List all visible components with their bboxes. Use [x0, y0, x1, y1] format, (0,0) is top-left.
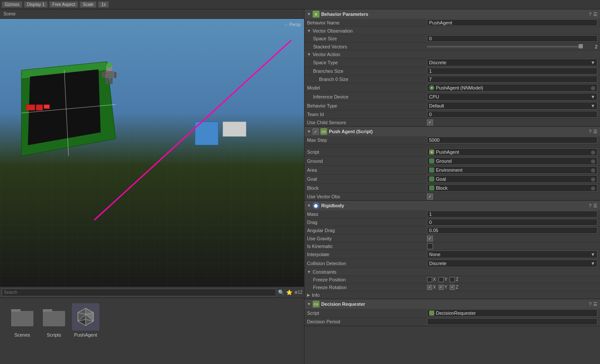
rigidbody-header[interactable]: ▼ ⬤ Rigidbody ? ☰ [304, 201, 600, 210]
mass-label: Mass [307, 212, 427, 217]
branch0-size-input[interactable] [427, 76, 597, 83]
collision-detection-dropdown[interactable]: Discrete ▼ [427, 260, 597, 267]
push-agent-section: ▼ ✓ C# Push Agent (Script) ? ☰ Max Step … [304, 127, 600, 201]
inference-device-dropdown[interactable]: CPU ▼ [427, 93, 597, 101]
bp-title: Behavior Parameters [321, 12, 587, 17]
script-value-row: ● PushAgent ◎ [427, 148, 597, 156]
toolbar-gizmos[interactable]: Gizmos [2, 1, 22, 8]
bp-help-icon[interactable]: ? [589, 12, 591, 17]
fr-x-checkbox[interactable]: ✓ [427, 285, 432, 290]
decision-requester-section: ▼ C# Decision Requester ? ☰ Script Decis… [304, 299, 600, 326]
scene-icon-2[interactable]: ⭐ [286, 289, 293, 295]
is-kinematic-checkbox[interactable] [427, 243, 433, 249]
inspector-panel: ▼ B Behavior Parameters ? ☰ Behavior Nam… [304, 9, 600, 364]
push-agent-header[interactable]: ▼ ✓ C# Push Agent (Script) ? ☰ [304, 127, 600, 136]
pa-help-icon[interactable]: ? [589, 129, 591, 134]
dr-decision-period-input[interactable] [427, 318, 597, 325]
fp-z-checkbox[interactable] [450, 277, 455, 282]
use-vector-obs-checkbox[interactable]: ✓ [427, 194, 433, 200]
rb-menu-icon[interactable]: ☰ [593, 203, 597, 209]
svg-rect-15 [11, 311, 33, 326]
fr-z-checkbox[interactable]: ✓ [450, 285, 455, 290]
branches-size-input[interactable] [427, 68, 597, 75]
dr-icon: C# [313, 301, 319, 307]
branch0-size-label: Branch 0 Size [307, 77, 427, 82]
model-label: Model [307, 85, 427, 90]
fp-y-checkbox[interactable] [439, 277, 444, 282]
asset-scenes[interactable]: Scenes [9, 303, 36, 337]
asset-scripts[interactable]: Scripts [40, 303, 68, 337]
pushagent-label: PushAgent [74, 332, 97, 337]
use-child-sensors-checkbox[interactable]: ✓ [427, 119, 433, 125]
persp-label: ← Persp [284, 22, 301, 27]
constraints-header-row: ▼ Constraints [304, 268, 600, 276]
scenes-label: Scenes [15, 332, 30, 337]
script-link-icon[interactable]: ◎ [591, 149, 595, 155]
assets-panel: Scenes Scripts [0, 298, 304, 364]
ground-value-row: Ground ◎ [427, 157, 597, 165]
goal-label: Goal [307, 176, 427, 182]
behavior-type-dropdown[interactable]: Default ▼ [427, 102, 597, 110]
pa-collapse-arrow: ▼ [307, 129, 311, 134]
scenes-folder-icon [9, 303, 36, 331]
behavior-type-row: Behavior Type Default ▼ [304, 101, 600, 110]
angular-drag-input[interactable] [427, 227, 597, 234]
scene-toolbar-label: Scene [3, 12, 15, 16]
fp-x-checkbox[interactable] [427, 277, 432, 282]
toolbar-display[interactable]: Display 1 [24, 1, 48, 8]
constraints-arrow: ▼ [307, 270, 311, 274]
red-objects [26, 104, 50, 110]
max-step-input[interactable] [427, 137, 597, 143]
info-label: Info [312, 292, 319, 298]
slider-thumb[interactable] [579, 44, 583, 48]
stacked-vectors-value: 2 [585, 44, 597, 49]
dr-menu-icon[interactable]: ☰ [593, 301, 597, 307]
use-child-sensors-row: Use Child Sensors ✓ [304, 119, 600, 126]
toolbar-scale[interactable]: Scale [80, 1, 96, 8]
search-input[interactable] [2, 289, 276, 296]
info-row[interactable]: ▶ Info [304, 291, 600, 299]
script-label: Script [307, 149, 427, 155]
block-link-icon[interactable]: ◎ [591, 185, 595, 191]
use-gravity-checkbox[interactable]: ✓ [427, 236, 433, 242]
scripts-label: Scripts [47, 332, 61, 337]
toolbar-1x[interactable]: 1x [98, 1, 109, 8]
space-size-input[interactable] [427, 35, 597, 42]
interpolate-dropdown[interactable]: None ▼ [427, 251, 597, 258]
pa-title: Push Agent (Script) [329, 129, 587, 134]
behavior-name-label: Behavior Name [307, 20, 427, 25]
dr-help-icon[interactable]: ? [589, 301, 591, 307]
pa-menu-icon[interactable]: ☰ [593, 129, 597, 134]
vector-action-arrow: ▼ [307, 52, 311, 57]
asset-pushagent[interactable]: PushAgent [72, 303, 99, 337]
mass-input[interactable] [427, 211, 597, 218]
toolbar-aspect[interactable]: Free Aspect [49, 1, 78, 8]
ground-link-icon[interactable]: ◎ [591, 158, 595, 164]
space-type-dropdown[interactable]: Discrete ▼ [427, 59, 597, 66]
is-kinematic-row: Is Kinematic [304, 242, 600, 250]
dr-collapse-arrow: ▼ [307, 302, 311, 306]
area-link-icon[interactable]: ◎ [591, 167, 595, 173]
collision-detection-row: Collision Detection Discrete ▼ [304, 259, 600, 268]
pa-checkbox[interactable]: ✓ [313, 128, 319, 134]
goal-link-icon[interactable]: ◎ [591, 176, 595, 182]
drag-row: Drag [304, 218, 600, 227]
model-value-row: ● PushAgent (NNModel) ◎ [427, 84, 597, 92]
branches-size-label: Branches Size [307, 69, 427, 74]
bp-menu-icon[interactable]: ☰ [593, 12, 597, 17]
inference-device-arrow: ▼ [591, 94, 595, 99]
model-link-icon[interactable]: ◎ [591, 85, 595, 91]
behavior-params-header[interactable]: ▼ B Behavior Parameters ? ☰ [304, 9, 600, 19]
team-id-input[interactable] [427, 111, 597, 118]
max-step-label: Max Step [307, 137, 427, 143]
slider-fill [427, 46, 583, 48]
scene-icon-1[interactable]: 🔍 [278, 289, 284, 295]
drag-input[interactable] [427, 219, 597, 226]
block-value-row: Block ◎ [427, 184, 597, 192]
decision-requester-header[interactable]: ▼ C# Decision Requester ? ☰ [304, 299, 600, 309]
rb-help-icon[interactable]: ? [589, 203, 591, 208]
behavior-name-input[interactable] [427, 19, 597, 26]
rigidbody-section: ▼ ⬤ Rigidbody ? ☰ Mass Drag [304, 201, 600, 299]
fr-y-checkbox[interactable]: ✓ [439, 285, 444, 290]
slider-track[interactable] [427, 46, 583, 48]
